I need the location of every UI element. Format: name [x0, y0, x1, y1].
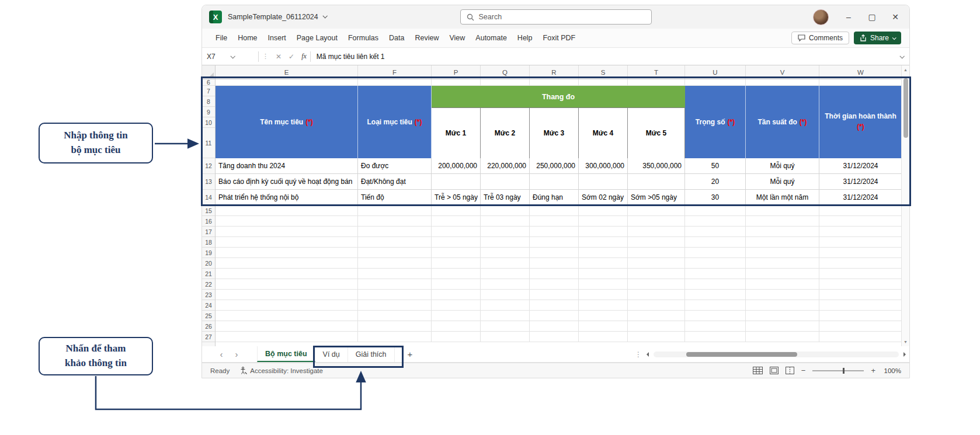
cell-V12[interactable]: Mỗi quý: [746, 158, 819, 173]
cell-V18[interactable]: [746, 237, 819, 247]
row-header-15[interactable]: 15: [202, 206, 215, 216]
cell-U22[interactable]: [685, 279, 746, 289]
cell-U12[interactable]: 50: [685, 158, 746, 173]
cell-P18[interactable]: [432, 237, 481, 247]
cell-P15[interactable]: [432, 206, 481, 215]
cell-T20[interactable]: [628, 258, 685, 268]
column-header-T[interactable]: T: [628, 65, 685, 79]
cell-R17[interactable]: [530, 227, 579, 236]
cell-E24[interactable]: [216, 300, 358, 310]
cell-T24[interactable]: [628, 300, 685, 310]
row-header-18[interactable]: 18: [202, 237, 215, 248]
cell-P27[interactable]: [432, 332, 481, 342]
cell-E20[interactable]: [216, 258, 358, 268]
cell-T21[interactable]: [628, 269, 685, 279]
scroll-down-icon[interactable]: ▼: [902, 340, 909, 344]
cell-P12[interactable]: 200,000,000: [432, 158, 481, 173]
cell-F16[interactable]: [358, 216, 432, 226]
cell-W23[interactable]: [819, 290, 901, 300]
cell-F19[interactable]: [358, 248, 432, 257]
cell-R21[interactable]: [530, 269, 579, 279]
cell-Q15[interactable]: [481, 206, 530, 215]
page-layout-view-icon[interactable]: [770, 367, 779, 374]
cell-P24[interactable]: [432, 300, 481, 310]
cell-R18[interactable]: [530, 237, 579, 247]
cell-T15[interactable]: [628, 206, 685, 215]
cell-Q23[interactable]: [481, 290, 530, 300]
cell-S18[interactable]: [579, 237, 628, 247]
row-header-26[interactable]: 26: [202, 321, 215, 332]
cell-W12[interactable]: 31/12/2024: [819, 158, 901, 173]
row-header-9[interactable]: 9: [202, 107, 215, 117]
cell-W14[interactable]: 31/12/2024: [819, 190, 901, 205]
cell-F21[interactable]: [358, 269, 432, 279]
row-header-12[interactable]: 12: [202, 158, 215, 174]
cell-V13[interactable]: Mỗi quý: [746, 174, 819, 189]
column-header-U[interactable]: U: [685, 65, 746, 79]
cell-Q20[interactable]: [481, 258, 530, 268]
cell-S12[interactable]: 300,000,000: [579, 158, 628, 173]
tab-vi-du[interactable]: Ví dụ: [315, 346, 348, 362]
row-header-7[interactable]: 7: [202, 86, 215, 96]
cell-W26[interactable]: [819, 321, 901, 331]
accessibility-status[interactable]: Accessibility: Investigate: [240, 367, 323, 374]
cell-S14[interactable]: Sớm 02 ngày: [579, 190, 628, 205]
cell-S17[interactable]: [579, 227, 628, 236]
cell-Q21[interactable]: [481, 269, 530, 279]
cell-F18[interactable]: [358, 237, 432, 247]
add-sheet-button[interactable]: +: [408, 349, 413, 359]
name-box[interactable]: X7: [202, 48, 258, 65]
cell-S25[interactable]: [579, 311, 628, 321]
cell-S19[interactable]: [579, 248, 628, 257]
column-header-R[interactable]: R: [530, 65, 579, 79]
cell-V20[interactable]: [746, 258, 819, 268]
cell-F26[interactable]: [358, 321, 432, 331]
cell-P16[interactable]: [432, 216, 481, 226]
cell-U26[interactable]: [685, 321, 746, 331]
cell-S22[interactable]: [579, 279, 628, 289]
cell-P13[interactable]: [432, 174, 481, 189]
header-level-2[interactable]: Mức 2: [481, 108, 530, 158]
cell-W13[interactable]: 31/12/2024: [819, 174, 901, 189]
cell-W16[interactable]: [819, 216, 901, 226]
cell-V15[interactable]: [746, 206, 819, 215]
cell-R26[interactable]: [530, 321, 579, 331]
cell-V24[interactable]: [746, 300, 819, 310]
cell-E12[interactable]: Tăng doanh thu 2024: [216, 158, 358, 173]
column-header-F[interactable]: F: [358, 65, 432, 79]
row-header-11[interactable]: 11: [202, 128, 215, 158]
cell-T17[interactable]: [628, 227, 685, 236]
cell-W17[interactable]: [819, 227, 901, 236]
cell-Q22[interactable]: [481, 279, 530, 289]
cell-F22[interactable]: [358, 279, 432, 289]
row-header-20[interactable]: 20: [202, 258, 215, 269]
cell-S21[interactable]: [579, 269, 628, 279]
menu-item-page-layout[interactable]: Page Layout: [291, 30, 343, 46]
cell-U23[interactable]: [685, 290, 746, 300]
header-level-5[interactable]: Mức 5: [628, 108, 685, 158]
cell-V23[interactable]: [746, 290, 819, 300]
cell-P19[interactable]: [432, 248, 481, 257]
cell-F24[interactable]: [358, 300, 432, 310]
cell-Q25[interactable]: [481, 311, 530, 321]
cell-R23[interactable]: [530, 290, 579, 300]
insert-function-button[interactable]: fx: [298, 52, 310, 61]
scroll-up-icon[interactable]: ▲: [902, 68, 909, 72]
cell-P25[interactable]: [432, 311, 481, 321]
cell-S20[interactable]: [579, 258, 628, 268]
select-all-corner[interactable]: [202, 65, 216, 79]
cell-U24[interactable]: [685, 300, 746, 310]
sheet-nav-right-icon[interactable]: ›: [229, 349, 244, 359]
column-header-S[interactable]: S: [579, 65, 628, 79]
header-weight[interactable]: Trọng số (*): [685, 86, 746, 158]
cell-E22[interactable]: [216, 279, 358, 289]
comments-button[interactable]: Comments: [791, 32, 849, 44]
title-chevron-down-icon[interactable]: [322, 13, 327, 18]
cell-Q18[interactable]: [481, 237, 530, 247]
cell-T25[interactable]: [628, 311, 685, 321]
cell-P17[interactable]: [432, 227, 481, 236]
cell-R15[interactable]: [530, 206, 579, 215]
cell-F20[interactable]: [358, 258, 432, 268]
cell-Q24[interactable]: [481, 300, 530, 310]
search-input[interactable]: Search: [460, 9, 652, 25]
